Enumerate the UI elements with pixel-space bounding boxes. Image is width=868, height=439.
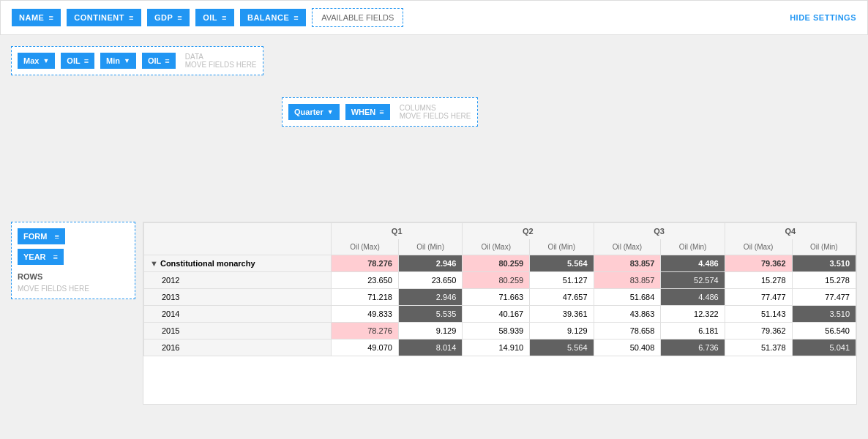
form-row-btn[interactable]: FORM ≡	[18, 228, 65, 244]
q2-min-header: Oil (Min)	[530, 239, 594, 255]
cell-2-6: 51.143	[725, 306, 792, 323]
continent-filter-icon: ≡	[129, 13, 134, 22]
cell-3-6: 79.362	[725, 323, 792, 339]
oil-data-field1-btn[interactable]: OIL ≡	[61, 53, 94, 69]
min-agg-label: Min	[106, 56, 120, 65]
pivot-table: Q1 Q2 Q3 Q4 Oil (Max) Oil (Min) Oil (Max…	[143, 222, 856, 356]
rows-section: FORM ≡ YEAR ≡ ROWS MOVE FIELDS HERE	[11, 222, 135, 299]
cell-0-3: 51.127	[530, 272, 594, 289]
rows-section-hint: MOVE FIELDS HERE	[18, 285, 129, 293]
cell-4-1: 8.014	[398, 339, 462, 356]
group-cell-0: 78.276	[332, 255, 399, 272]
cell-0-7: 15.278	[792, 272, 856, 289]
group-cell-7: 3.510	[792, 255, 856, 272]
cell-1-6: 77.477	[725, 289, 792, 306]
cell-2-1: 5.535	[398, 306, 462, 323]
quarter-header-row: Q1 Q2 Q3 Q4	[144, 223, 856, 240]
form-row-label: FORM	[23, 232, 47, 241]
q3-header: Q3	[594, 223, 725, 240]
data-section: Max ▼ OIL ≡ Min ▼ OIL ≡ DATA MOVE FIELDS…	[11, 46, 263, 75]
data-section-title: DATA	[185, 53, 257, 61]
name-filter-icon: ≡	[48, 13, 53, 22]
gdp-field-btn[interactable]: GDP ≡	[147, 9, 190, 26]
columns-section: Quarter ▼ WHEN ≡ COLUMNS MOVE FIELDS HER…	[146, 97, 478, 127]
group-cell-2: 80.259	[463, 255, 530, 272]
table-row: 201371.2182.94671.66347.65751.6844.48677…	[144, 289, 856, 306]
group-cell-4: 83.857	[594, 255, 661, 272]
cell-0-6: 15.278	[725, 272, 792, 289]
cell-4-4: 50.408	[594, 339, 661, 356]
cell-4-0: 49.070	[332, 339, 399, 356]
year-filter-icon: ≡	[53, 252, 58, 261]
q4-header: Q4	[725, 223, 856, 240]
cell-1-7: 77.477	[792, 289, 856, 306]
columns-section-title: COLUMNS	[400, 104, 471, 112]
cell-4-3: 5.564	[530, 339, 594, 356]
balance-filter-icon: ≡	[293, 13, 299, 22]
gdp-field-label: GDP	[154, 13, 173, 22]
group-cell-6: 79.362	[725, 255, 792, 272]
cell-4-5: 6.736	[661, 339, 725, 356]
continent-field-btn[interactable]: CONTINENT ≡	[67, 9, 141, 26]
columns-section-hint: MOVE FIELDS HERE	[400, 112, 471, 120]
cell-1-5: 4.486	[661, 289, 725, 306]
quarter-chevron-icon: ▼	[327, 108, 334, 116]
oil-data-filter1-icon: ≡	[84, 56, 89, 65]
data-section-hint: MOVE FIELDS HERE	[185, 61, 257, 69]
columns-label: COLUMNS MOVE FIELDS HERE	[396, 104, 471, 120]
cell-2-3: 39.361	[530, 306, 594, 323]
q4-min-header: Oil (Min)	[792, 239, 856, 255]
hide-settings-btn[interactable]: HIDE SETTINGS	[790, 13, 856, 22]
rows-section-title: ROWS	[18, 272, 129, 281]
continent-field-label: CONTINENT	[74, 13, 124, 22]
cell-0-5: 52.574	[661, 272, 725, 289]
oil-field-label: OIL	[203, 13, 217, 22]
name-field-label: NAME	[19, 13, 44, 22]
data-grid: Q1 Q2 Q3 Q4 Oil (Max) Oil (Min) Oil (Max…	[143, 222, 857, 405]
q1-max-header: Oil (Max)	[332, 239, 399, 255]
q1-header: Q1	[332, 223, 463, 240]
group-cell-5: 4.486	[661, 255, 725, 272]
cell-1-0: 71.218	[332, 289, 399, 306]
when-filter-icon: ≡	[379, 108, 384, 116]
cell-1-2: 71.663	[463, 289, 530, 306]
group-cell-1: 2.946	[398, 255, 462, 272]
oil-data-field2-label: OIL	[148, 56, 161, 65]
q2-max-header: Oil (Max)	[463, 239, 530, 255]
when-field-btn[interactable]: WHEN ≡	[345, 104, 390, 120]
cell-3-0: 78.276	[332, 323, 399, 339]
quarter-field-btn[interactable]: Quarter ▼	[288, 104, 340, 120]
year-row-label: YEAR	[23, 252, 46, 261]
min-agg-btn[interactable]: Min ▼	[100, 53, 136, 69]
cell-3-4: 78.658	[594, 323, 661, 339]
cell-0-4: 83.857	[594, 272, 661, 289]
table-row: 201449.8335.53540.16739.36143.86312.3225…	[144, 306, 856, 323]
q4-max-header: Oil (Max)	[725, 239, 792, 255]
form-filter-icon: ≡	[54, 232, 59, 241]
balance-field-btn[interactable]: BALANCE ≡	[240, 9, 306, 26]
quarter-field-label: Quarter	[294, 108, 323, 116]
year-row-btn[interactable]: YEAR ≡	[18, 249, 64, 265]
oil-data-filter2-icon: ≡	[165, 56, 169, 65]
table-row: 201578.2769.12958.9399.12978.6586.18179.…	[144, 323, 856, 339]
oil-field-btn[interactable]: OIL ≡	[195, 9, 234, 26]
oil-data-field1-label: OIL	[67, 56, 80, 65]
name-field-btn[interactable]: NAME ≡	[12, 9, 61, 26]
q1-min-header: Oil (Min)	[398, 239, 462, 255]
oil-data-field2-btn[interactable]: OIL ≡	[142, 53, 176, 69]
cell-2-4: 43.863	[594, 306, 661, 323]
cell-4-2: 14.910	[463, 339, 530, 356]
cell-1-1: 2.946	[398, 289, 462, 306]
empty-header	[144, 223, 332, 255]
max-chevron-icon: ▼	[42, 57, 49, 64]
q2-header: Q2	[463, 223, 594, 240]
cell-1-4: 51.684	[594, 289, 661, 306]
cell-3-5: 6.181	[661, 323, 725, 339]
cell-4-6: 51.378	[725, 339, 792, 356]
cell-2-5: 12.322	[661, 306, 725, 323]
oil-filter-icon: ≡	[222, 13, 227, 22]
grid-scroll[interactable]: Q1 Q2 Q3 Q4 Oil (Max) Oil (Min) Oil (Max…	[143, 222, 856, 404]
available-fields-btn[interactable]: AVAILABLE FIELDS	[312, 8, 403, 27]
max-agg-btn[interactable]: Max ▼	[18, 53, 55, 69]
cell-1-3: 47.657	[530, 289, 594, 306]
